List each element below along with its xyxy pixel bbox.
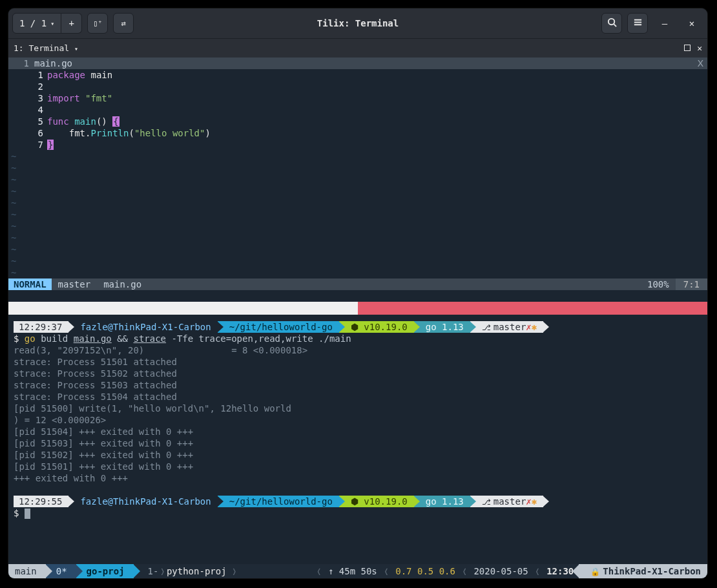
vim-buffer-bar: 1 main.go X bbox=[8, 58, 707, 69]
vim-position: 7:1 bbox=[676, 278, 707, 290]
code-line bbox=[47, 81, 707, 92]
prompt-userhost: fazle@ThinkPad-X1-Carbon bbox=[68, 321, 217, 333]
session-tab[interactable]: 1: Terminal ▾ bbox=[14, 43, 78, 53]
prompt-line: 12:29:37 fazle@ThinkPad-X1-Carbon ~/git/… bbox=[14, 321, 702, 333]
search-button[interactable] bbox=[601, 13, 622, 34]
code-area: 1package main23import "fmt"45func main()… bbox=[8, 69, 707, 151]
vim-tildes: ~~~~~~~~~~~ bbox=[8, 151, 707, 278]
prompt-git: master ✗ ✱ bbox=[470, 496, 543, 507]
line-number: 2 bbox=[8, 81, 47, 92]
tmux-window-active[interactable]: go-proj bbox=[76, 564, 134, 578]
prompt-cwd: ~/git/helloworld-go bbox=[218, 496, 339, 507]
prompt-time: 12:29:55 bbox=[14, 496, 68, 507]
branch-icon bbox=[482, 496, 494, 508]
vim-branch: master bbox=[52, 278, 98, 290]
tmux-date: 2020-05-05 bbox=[468, 566, 533, 576]
tmux-status-right: ❬ ↑ 45m 50s ❬ 0.7 0.5 0.6 ❬ 2020-05-05 ❬… bbox=[315, 564, 708, 578]
tmux-window-2[interactable]: 1-❭python-proj❭ bbox=[134, 564, 247, 578]
sync-icon: ⇄ bbox=[121, 19, 126, 28]
session-count-label: 1 / 1 bbox=[19, 18, 47, 28]
tmux-host: ThinkPad-X1-Carbon bbox=[579, 564, 707, 578]
square-icon bbox=[684, 45, 691, 51]
close-window-button[interactable]: ✕ bbox=[680, 13, 703, 34]
terminal-pane[interactable]: 1 main.go X 1package main23import "fmt"4… bbox=[8, 58, 707, 564]
buffer-close-icon: X bbox=[694, 58, 707, 69]
prompt-input[interactable]: $ bbox=[14, 507, 702, 519]
new-terminal-button[interactable]: ▯⁺ bbox=[87, 13, 108, 34]
session-controls: ✕ bbox=[684, 43, 702, 53]
new-terminal-icon: ▯⁺ bbox=[93, 19, 102, 28]
code-line bbox=[47, 104, 707, 116]
shell-pane[interactable]: 12:29:37 fazle@ThinkPad-X1-Carbon ~/git/… bbox=[8, 315, 707, 519]
maximize-pane-button[interactable] bbox=[684, 43, 691, 53]
git-staged-icon: ✱ bbox=[532, 321, 537, 333]
svg-line-1 bbox=[614, 24, 616, 26]
tmux-load: 0.7 0.5 0.6 bbox=[390, 566, 461, 576]
add-session-button[interactable]: + bbox=[61, 13, 82, 34]
minimize-button[interactable]: — bbox=[653, 13, 676, 34]
prompt-node: ⬢ v10.19.0 bbox=[339, 321, 414, 333]
code-line: package main bbox=[47, 69, 707, 81]
line-number: 6 bbox=[8, 127, 47, 139]
svg-point-0 bbox=[608, 19, 614, 25]
prompt-go: go 1.13 bbox=[414, 496, 470, 507]
tmux-pane-separator[interactable] bbox=[8, 302, 707, 315]
line-number: 7 bbox=[8, 139, 47, 151]
line-number: 1 bbox=[8, 69, 47, 81]
git-dirty-icon: ✗ bbox=[526, 496, 531, 507]
prompt-go: go 1.13 bbox=[414, 321, 470, 333]
plus-icon: + bbox=[68, 18, 74, 28]
tilix-window: 1 / 1 ▾ + ▯⁺ ⇄ Tilix: Terminal — ✕ bbox=[8, 8, 708, 579]
command-line: $ go build main.go && strace -Tfe trace=… bbox=[14, 333, 702, 344]
lock-icon bbox=[590, 566, 603, 576]
vim-statusline: NORMAL master main.go 100% 7:1 bbox=[8, 278, 707, 290]
tmux-statusbar: main 0* go-proj 1-❭python-proj❭ ❬ ↑ 45m … bbox=[8, 564, 707, 578]
session-count-button[interactable]: 1 / 1 ▾ bbox=[12, 13, 61, 34]
git-dirty-icon: ✗ bbox=[526, 321, 531, 333]
vim-mode: NORMAL bbox=[8, 278, 52, 290]
prompt-cwd: ~/git/helloworld-go bbox=[218, 321, 339, 333]
chevron-down-icon: ▾ bbox=[50, 20, 54, 27]
close-icon: ✕ bbox=[689, 18, 694, 28]
buffer-filename: main.go bbox=[34, 58, 72, 69]
code-line: import "fmt" bbox=[47, 92, 707, 104]
branch-icon bbox=[482, 321, 494, 333]
buffer-index: 1 bbox=[8, 58, 34, 69]
code-line: func main() { bbox=[47, 116, 707, 127]
close-icon: ✕ bbox=[697, 43, 702, 53]
close-pane-button[interactable]: ✕ bbox=[697, 43, 702, 53]
sync-input-button[interactable]: ⇄ bbox=[113, 13, 134, 34]
hamburger-icon bbox=[633, 17, 643, 29]
titlebar: 1 / 1 ▾ + ▯⁺ ⇄ Tilix: Terminal — ✕ bbox=[8, 8, 707, 38]
prompt-line: 12:29:55 fazle@ThinkPad-X1-Carbon ~/git/… bbox=[14, 496, 702, 507]
vim-percent: 100% bbox=[641, 278, 676, 290]
prompt-time: 12:29:37 bbox=[14, 321, 68, 333]
session-switcher-group: 1 / 1 ▾ + bbox=[12, 13, 82, 34]
search-icon bbox=[607, 17, 617, 29]
line-number: 3 bbox=[8, 92, 47, 104]
tmux-session: main bbox=[8, 564, 46, 578]
menu-button[interactable] bbox=[627, 13, 648, 34]
vim-cmdline bbox=[8, 290, 707, 302]
minimize-icon: — bbox=[662, 18, 667, 28]
prompt-git: master ✗ ✱ bbox=[470, 321, 543, 333]
shell-cursor bbox=[25, 509, 30, 519]
git-staged-icon: ✱ bbox=[532, 496, 537, 507]
tmux-uptime: ↑ 45m 50s bbox=[323, 566, 382, 576]
code-line: fmt.Println("hello world") bbox=[47, 127, 707, 139]
line-number: 4 bbox=[8, 104, 47, 116]
window-controls: — ✕ bbox=[653, 13, 703, 34]
line-number: 5 bbox=[8, 116, 47, 127]
chevron-down-icon: ▾ bbox=[74, 45, 78, 52]
command-output: read(3, "2097152\n", 20) = 8 <0.000018>s… bbox=[14, 344, 702, 484]
vim-file: main.go bbox=[97, 278, 148, 290]
prompt-node: ⬢ v10.19.0 bbox=[339, 496, 414, 507]
code-line: } bbox=[47, 139, 707, 151]
prompt-userhost: fazle@ThinkPad-X1-Carbon bbox=[68, 496, 217, 507]
session-bar: 1: Terminal ▾ ✕ bbox=[8, 38, 707, 58]
